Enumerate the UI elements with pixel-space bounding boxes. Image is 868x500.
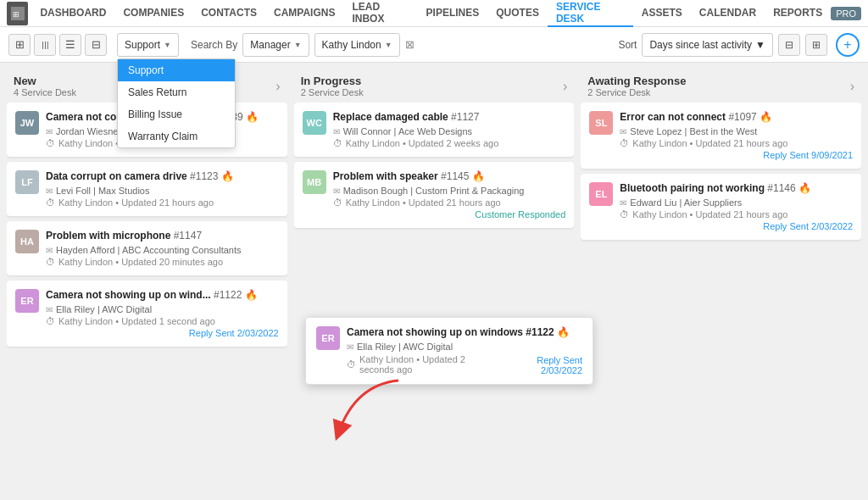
user-dropdown[interactable]: Kathy Lindon ▼: [314, 33, 400, 57]
column-inprogress-subtitle: 2 Service Desk: [301, 87, 364, 97]
card-person-1123: ✉ Levi Foll | Max Studios: [46, 186, 279, 196]
nav-quotes[interactable]: QUOTES: [487, 0, 548, 27]
card-title-1147: Problem with microphone #1147: [46, 230, 279, 242]
column-inprogress-title: In Progress: [301, 75, 364, 87]
chevron-down-icon: ▼: [294, 41, 302, 49]
card-popup-time: ⏱ Kathy Lindon • Updated 2 seconds ago: [347, 354, 498, 375]
highlight-arrow: [331, 376, 415, 444]
card-1097[interactable]: SL Error can not connect #1097 🔥 ✉ Steve…: [581, 103, 861, 169]
nav-pipelines[interactable]: PIPELINES: [418, 0, 488, 27]
card-reply-1146: Reply Sent 2/03/2022: [620, 221, 853, 231]
menu-item-billing-issue[interactable]: Billing Issue: [118, 103, 235, 125]
card-title-1097: Error can not connect #1097 🔥: [620, 111, 853, 123]
card-person-1097: ✉ Steve Lopez | Best in the West: [620, 126, 853, 136]
avatar-ha: HA: [15, 230, 39, 253]
card-popup-1122[interactable]: ER Camera not showing up on windows #112…: [305, 317, 593, 385]
nav-reports[interactable]: REPORTS: [765, 0, 831, 27]
nav-campaigns[interactable]: CAMPAIGNS: [265, 0, 343, 27]
manager-label: Manager: [250, 39, 290, 51]
card-time-1122-col1: ⏱ Kathy Lindon • Updated 1 second ago: [46, 316, 279, 326]
card-1127[interactable]: WC Replace damaged cable #1127 ✉ Will Co…: [294, 103, 575, 157]
manager-dropdown[interactable]: Manager ▼: [242, 33, 309, 57]
card-view-icon[interactable]: ⊟: [85, 34, 107, 56]
card-title-1127: Replace damaged cable #1127: [333, 111, 566, 123]
sort-value: Days since last activity: [649, 39, 752, 51]
column-awaiting-header: Awating Response 2 Service Desk ›: [581, 69, 861, 103]
card-popup-reply: Reply Sent 2/03/2022: [504, 355, 582, 375]
card-time-1123: ⏱ Kathy Lindon • Updated 21 hours ago: [46, 197, 279, 208]
column-awaiting-expand[interactable]: ›: [850, 79, 854, 94]
chevron-down-icon: ▼: [164, 41, 171, 49]
category-label: Support: [125, 39, 160, 51]
svg-text:⊞: ⊞: [13, 10, 19, 19]
card-person-1122-col1: ✉ Ella Riley | AWC Digital: [46, 304, 279, 314]
list-view-icon[interactable]: ☰: [59, 34, 81, 56]
card-reply-1097: Reply Sent 9/09/2021: [620, 150, 853, 160]
avatar-sl: SL: [589, 111, 613, 135]
filter-clear-icon[interactable]: ⊠: [405, 38, 415, 51]
column-new-title: New: [14, 75, 76, 87]
card-time-1147: ⏱ Kathy Lindon • Updated 20 minutes ago: [46, 257, 279, 267]
category-dropdown-wrapper: Support ▼ Support Sales Return Billing I…: [117, 33, 179, 57]
search-by-label: Search By: [191, 39, 237, 51]
card-title-1123: Data corrupt on camera drive #1123 🔥: [46, 170, 279, 182]
avatar-er-col1: ER: [15, 289, 39, 313]
card-1146[interactable]: EL Bluetooth pairing not working #1146 🔥…: [581, 174, 861, 240]
card-1145[interactable]: MB Problem with speaker #1145 🔥 ✉ Madiso…: [294, 162, 575, 228]
toolbar: ⊞ ⫼ ☰ ⊟ Support ▼ Support Sales Return B…: [0, 27, 868, 63]
chevron-down-icon: ▼: [385, 41, 392, 49]
card-time-1145: ⏱ Kathy Lindon • Updated 21 hours ago: [333, 197, 566, 208]
sort-label: Sort: [618, 39, 637, 51]
avatar-wc: WC: [303, 111, 326, 135]
column-awaiting: Awating Response 2 Service Desk › SL Err…: [581, 69, 861, 493]
avatar-jw: JW: [15, 111, 39, 135]
card-1147[interactable]: HA Problem with microphone #1147 ✉ Hayde…: [7, 221, 287, 275]
sort-desc-icon[interactable]: ⊞: [805, 34, 827, 56]
card-popup-person: ✉ Ella Riley | AWC Digital: [347, 342, 582, 352]
nav-assets[interactable]: ASSETS: [633, 0, 691, 27]
column-awaiting-title: Awating Response: [587, 75, 686, 87]
nav-lead-inbox[interactable]: LEAD INBOX: [343, 0, 417, 27]
chevron-down-icon: ▼: [755, 39, 765, 51]
card-title-1145: Problem with speaker #1145 🔥: [333, 170, 566, 182]
top-nav: ⊞ DASHBOARD COMPANIES CONTACTS CAMPAIGNS…: [0, 0, 868, 27]
card-time-1146: ⏱ Kathy Lindon • Updated 21 hours ago: [620, 209, 853, 219]
avatar-lf: LF: [15, 170, 39, 194]
card-popup-title: Camera not showing up on windows #1122 🔥: [347, 326, 582, 338]
card-time-1127: ⏱ Kathy Lindon • Updated 2 weeks ago: [333, 138, 566, 148]
card-person-1145: ✉ Madison Bough | Custom Print & Packagi…: [333, 186, 566, 196]
menu-item-support[interactable]: Support: [118, 59, 235, 81]
card-1123[interactable]: LF Data corrupt on camera drive #1123 🔥 …: [7, 162, 287, 216]
column-inprogress-expand[interactable]: ›: [563, 79, 567, 94]
nav-contacts[interactable]: CONTACTS: [192, 0, 265, 27]
nav-service-desk[interactable]: SERVICE DESK: [548, 0, 633, 27]
column-awaiting-cards: SL Error can not connect #1097 🔥 ✉ Steve…: [581, 103, 861, 493]
card-time-1097: ⏱ Kathy Lindon • Updated 21 hours ago: [620, 138, 853, 148]
nav-companies[interactable]: COMPANIES: [114, 0, 192, 27]
card-person-1147: ✉ Hayden Afford | ABC Accounting Consult…: [46, 245, 279, 255]
column-awaiting-subtitle: 2 Service Desk: [587, 87, 686, 97]
nav-dashboard[interactable]: DASHBOARD: [31, 0, 114, 27]
card-1122-col1[interactable]: ER Camera not showing up on wind... #112…: [7, 281, 287, 347]
sort-dropdown[interactable]: Days since last activity ▼: [642, 33, 773, 57]
card-title-1146: Bluetooth pairing not working #1146 🔥: [620, 182, 853, 194]
category-dropdown[interactable]: Support ▼: [117, 33, 179, 57]
pro-badge: PRO: [831, 7, 861, 20]
column-new-subtitle: 4 Service Desk: [14, 87, 76, 97]
column-new-cards: JW Camera not connecting to windo... #11…: [7, 103, 287, 493]
card-reply-1122-col1: Reply Sent 2/03/2022: [46, 328, 279, 338]
nav-calendar[interactable]: CALENDAR: [691, 0, 765, 27]
avatar-er-popup: ER: [316, 326, 340, 350]
app-logo: ⊞: [7, 2, 28, 25]
menu-item-sales-return[interactable]: Sales Return: [118, 81, 235, 103]
column-new-expand[interactable]: ›: [275, 79, 280, 94]
menu-item-warranty-claim[interactable]: Warranty Claim: [118, 125, 235, 147]
chart-view-icon[interactable]: ⫼: [34, 34, 56, 56]
card-reply-1145: Customer Responded: [333, 209, 566, 219]
sort-asc-icon[interactable]: ⊟: [778, 34, 800, 56]
card-title-1122-col1: Camera not showing up on wind... #1122 🔥: [46, 289, 279, 301]
user-label: Kathy Lindon: [322, 39, 381, 51]
view-toggle-icons: ⊞ ⫼ ☰ ⊟: [8, 34, 107, 56]
grid-view-icon[interactable]: ⊞: [8, 34, 31, 56]
add-button[interactable]: +: [836, 33, 860, 57]
